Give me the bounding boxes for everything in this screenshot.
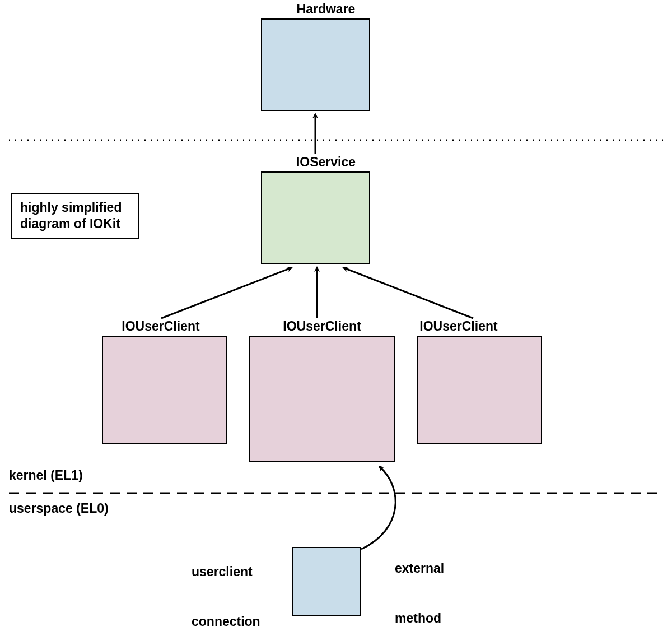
iouserclient2-label: IOUserClient [249,319,395,334]
iouserclient1-label: IOUserClient [108,319,214,334]
note-box: highly simplified diagram of IOKit [11,193,139,239]
iouserclient3-label: IOUserClient [405,319,512,334]
external-method-label: external method [395,527,444,631]
arrow-uc3-ioservice [344,268,473,318]
external-method-line2: method [395,610,444,627]
arrow-external-method [361,467,395,549]
machport-line1: userclient [192,564,260,581]
iouserclient2-box [249,336,395,462]
kernel-zone-label: kernel (EL1) [9,468,83,483]
external-method-line1: external [395,560,444,577]
machport-box [292,547,361,616]
machport-label: userclient connection mach port [192,530,260,631]
userspace-zone-label: userspace (EL0) [9,501,109,516]
machport-line2: connection [192,614,260,630]
diagram-canvas: Hardware IOService highly simplified dia… [0,0,672,631]
iouserclient3-box [417,336,542,444]
hardware-label: Hardware [287,2,365,17]
arrow-uc1-ioservice [161,268,291,318]
ioservice-label: IOService [287,155,365,170]
iouserclient1-box [102,336,227,444]
note-line1: highly simplified [20,199,130,216]
hardware-box [261,18,370,111]
note-line2: diagram of IOKit [20,216,130,232]
ioservice-box [261,171,370,264]
